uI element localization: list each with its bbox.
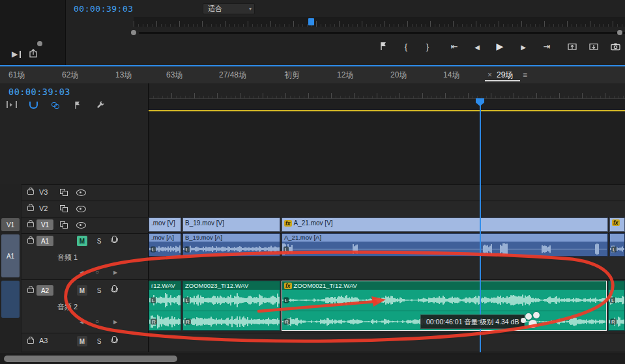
track-row-a3[interactable] (149, 333, 625, 352)
audio-clip[interactable]: L R (608, 281, 625, 331)
mute-button-a2[interactable]: M (77, 285, 87, 296)
track-label-v1[interactable]: V1 (36, 219, 53, 230)
play-in-to-out-button[interactable]: ▶ (12, 49, 18, 59)
timeline-timecode[interactable]: 00:00:39:03 (8, 87, 70, 97)
zoom-handle-right[interactable] (617, 30, 622, 35)
horizontal-scrollbar-handle[interactable] (4, 356, 177, 362)
track-name-a2[interactable]: 音频 2 (57, 302, 78, 312)
source-patch-v1[interactable]: V1 (1, 218, 20, 231)
play-button[interactable]: ▶ (495, 40, 505, 53)
sync-lock-icon[interactable] (60, 189, 68, 195)
mute-button-a3[interactable]: M (77, 336, 87, 346)
step-back-button[interactable]: ◀ (472, 42, 482, 53)
track-output-eye-icon[interactable] (76, 222, 86, 229)
track-header-v3 (0, 184, 149, 201)
extract-icon[interactable] (589, 42, 598, 53)
waveform (183, 311, 280, 331)
voiceover-mic-icon[interactable] (112, 285, 117, 292)
lock-icon[interactable] (27, 288, 34, 293)
go-to-out-button[interactable]: ⇥ (542, 40, 552, 53)
track-label-a3[interactable]: A3 (39, 337, 48, 344)
next-keyframe-icon[interactable]: ▶ (113, 319, 117, 325)
tab-sequence-rough-cut[interactable]: 初剪 (284, 66, 300, 83)
track-label-v3[interactable]: V3 (39, 188, 48, 196)
source-patch-a2[interactable] (1, 281, 20, 318)
export-icon[interactable] (29, 49, 38, 61)
work-area-bar[interactable] (149, 110, 625, 111)
snap-magnet-icon[interactable] (29, 102, 38, 109)
timeline-ruler[interactable] (149, 83, 625, 99)
video-clip[interactable]: .mov [V] (149, 217, 181, 232)
audio-clip[interactable]: r12.WAV L R (149, 281, 181, 331)
fit-zoom-select[interactable]: 适合 ▾ (203, 3, 255, 14)
audio-clip[interactable]: B_19.mov [A] L (182, 233, 280, 257)
splitter-knob[interactable] (37, 41, 42, 46)
tab-sequence-61[interactable]: 61场 (8, 66, 25, 83)
video-clip[interactable]: fx (609, 217, 625, 232)
timeline-settings-wrench-icon[interactable] (96, 100, 105, 112)
add-keyframe-icon[interactable]: ○ (95, 318, 99, 325)
lock-icon[interactable] (27, 339, 34, 344)
audio-clip[interactable]: .mov [A] L (149, 233, 181, 257)
mark-in-button[interactable]: { (401, 40, 411, 53)
export-frame-camera-icon[interactable] (611, 42, 620, 53)
solo-button-a3[interactable]: S (94, 336, 104, 346)
solo-button-a1[interactable]: S (94, 236, 104, 246)
monitor-time-ruler[interactable] (134, 17, 625, 27)
audio-clip[interactable]: ZOOM0023_Tr12.WAV L R (182, 281, 280, 331)
audio-clip[interactable]: A_21.mov [A] L (282, 233, 608, 257)
mute-button-a1[interactable]: M (77, 236, 87, 246)
tab-sequence-13[interactable]: 13场 (115, 66, 132, 83)
linked-selection-icon[interactable] (51, 102, 59, 108)
clip-label: ZOOM0023_Tr12.WAV (185, 282, 248, 290)
mark-out-button[interactable]: } (423, 40, 432, 53)
tab-sequence-2748[interactable]: 27/48场 (219, 66, 246, 83)
prev-keyframe-icon[interactable]: ◀ (80, 270, 83, 275)
track-label-a1[interactable]: A1 (36, 236, 53, 246)
zoom-handle-left[interactable] (131, 30, 136, 35)
video-clip[interactable]: B_19.mov [V] (182, 217, 280, 232)
monitor-playhead[interactable] (308, 18, 314, 25)
hand-cursor (533, 312, 540, 318)
prev-keyframe-icon[interactable]: ◀ (80, 319, 83, 325)
step-forward-button[interactable]: ▶ (519, 42, 528, 53)
sync-lock-icon[interactable] (60, 205, 68, 212)
add-marker-icon[interactable] (380, 42, 387, 53)
lift-icon[interactable] (568, 42, 577, 53)
track-name-a1[interactable]: 音频 1 (57, 253, 78, 262)
audio-clip[interactable]: L (609, 233, 625, 257)
voiceover-mic-icon[interactable] (112, 336, 117, 343)
tab-sequence-12[interactable]: 12场 (337, 66, 353, 83)
track-output-eye-icon[interactable] (76, 206, 86, 212)
lock-icon[interactable] (27, 206, 34, 211)
nest-sequence-icon[interactable] (7, 101, 17, 108)
lock-icon[interactable] (27, 222, 34, 227)
hand-cursor (521, 318, 526, 323)
fx-badge-icon: fx (284, 220, 292, 227)
next-keyframe-icon[interactable]: ▶ (113, 270, 117, 275)
tab-sequence-62[interactable]: 62场 (62, 66, 78, 83)
voiceover-mic-icon[interactable] (112, 236, 117, 242)
tab-sequence-63[interactable]: 63场 (166, 66, 182, 83)
track-output-eye-icon[interactable] (76, 189, 86, 196)
monitor-zoom-bar[interactable] (139, 32, 625, 34)
sync-lock-icon[interactable] (60, 221, 68, 228)
panel-menu-icon[interactable]: ≡ (523, 66, 527, 83)
track-row-v3[interactable] (149, 184, 625, 201)
tab-sequence-14[interactable]: 14场 (443, 66, 459, 83)
track-row-v2[interactable] (149, 201, 625, 217)
waveform (282, 290, 606, 311)
add-marker-icon[interactable] (74, 100, 81, 112)
track-label-v2[interactable]: V2 (39, 204, 48, 212)
go-to-in-button[interactable]: ⇤ (449, 40, 459, 53)
lock-icon[interactable] (27, 238, 34, 244)
lock-icon[interactable] (27, 189, 34, 195)
add-keyframe-icon[interactable]: ○ (95, 268, 99, 275)
source-patch-a1[interactable]: A1 (1, 234, 20, 277)
clip-label: A_21.mov [V] (294, 219, 333, 227)
video-clip[interactable]: fxA_21.mov [V] (282, 217, 608, 232)
solo-button-a2[interactable]: S (94, 285, 104, 296)
channel-badge: L (184, 298, 190, 303)
tab-sequence-20[interactable]: 20场 (390, 66, 407, 83)
track-label-a2[interactable]: A2 (36, 285, 53, 296)
